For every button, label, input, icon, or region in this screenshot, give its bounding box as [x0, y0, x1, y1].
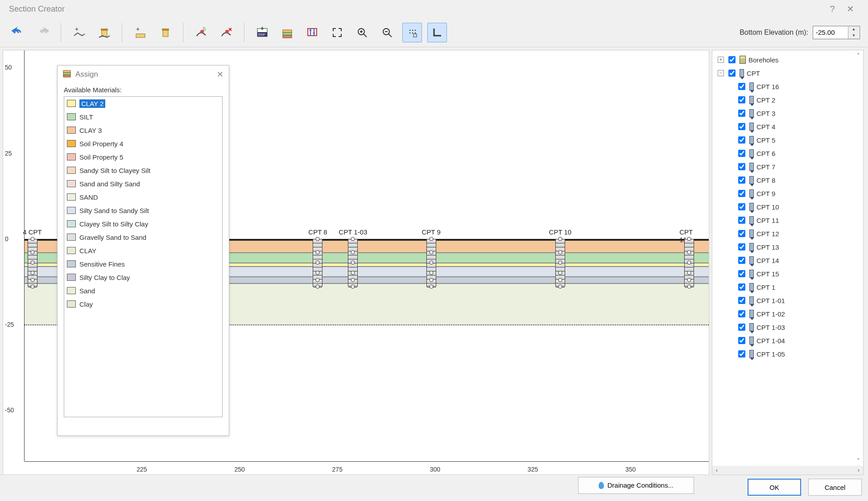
material-item[interactable]: Clayey Silt to Silty Clay — [64, 217, 222, 230]
tree-cpt-item[interactable]: CPT 7 — [715, 160, 863, 173]
layer-node[interactable] — [351, 285, 355, 289]
material-item[interactable]: Silty Sand to Sandy Silt — [64, 204, 222, 217]
layer-node[interactable] — [316, 271, 320, 275]
layer-node[interactable] — [558, 271, 562, 275]
layer-node[interactable] — [687, 285, 691, 289]
tree-checkbox[interactable] — [738, 310, 745, 317]
material-item[interactable]: CLAY 2 — [64, 97, 222, 110]
material-item[interactable]: Sandy Silt to Clayey Silt — [64, 164, 222, 177]
tree-cpt-item[interactable]: CPT 9 — [715, 187, 863, 200]
tree-checkbox[interactable] — [738, 283, 745, 291]
layer-node[interactable] — [429, 237, 433, 241]
material-item[interactable]: CLAY 3 — [64, 123, 222, 137]
tree-cpt-item[interactable]: CPT 1-03 — [715, 320, 863, 334]
expand-icon[interactable]: + — [718, 57, 724, 63]
tree-checkbox[interactable] — [728, 56, 736, 63]
tree-checkbox[interactable] — [738, 96, 745, 103]
tree-cpt-item[interactable]: CPT 1 — [715, 280, 863, 294]
spin-down-icon[interactable]: ▼ — [848, 33, 859, 39]
tree-checkbox[interactable] — [738, 243, 745, 250]
export-dxf-button[interactable]: DXF — [252, 23, 272, 42]
layer-node[interactable] — [558, 261, 562, 265]
tree-checkbox[interactable] — [738, 150, 745, 157]
material-item[interactable]: Soil Property 5 — [64, 150, 222, 164]
tree-checkbox[interactable] — [738, 83, 745, 90]
layer-node[interactable] — [558, 278, 562, 282]
material-item[interactable]: Sand — [64, 284, 222, 297]
assign-close-icon[interactable]: ✕ — [217, 70, 223, 79]
zoom-out-button[interactable] — [377, 23, 397, 42]
delete-boundary-button[interactable] — [94, 23, 114, 42]
layer-node[interactable] — [429, 261, 433, 265]
layer-node[interactable] — [429, 250, 433, 255]
material-item[interactable]: CLAY — [64, 244, 222, 257]
tree-cpt-item[interactable]: CPT 11 — [715, 214, 863, 227]
layer-node[interactable] — [316, 285, 320, 289]
bottom-elevation-input[interactable]: ▲▼ — [813, 26, 860, 39]
layer-node[interactable] — [351, 278, 355, 282]
layer-node[interactable] — [351, 261, 355, 265]
layer-node[interactable] — [687, 261, 691, 265]
bottom-elevation-field[interactable] — [813, 26, 848, 39]
layer-node[interactable] — [351, 250, 355, 255]
tree-checkbox[interactable] — [738, 350, 745, 357]
delete-node-button[interactable] — [216, 23, 236, 42]
zoom-extents-button[interactable] — [327, 23, 347, 42]
layer-node[interactable] — [30, 285, 34, 289]
tree-checkbox[interactable] — [728, 70, 736, 77]
tree-checkbox[interactable] — [738, 257, 745, 264]
tree-cpt-item[interactable]: CPT 4 — [715, 120, 863, 133]
show-axes-button[interactable] — [427, 23, 447, 42]
tree-cpt-item[interactable]: CPT 12 — [715, 227, 863, 240]
tree-cpt-item[interactable]: CPT 1-01 — [715, 294, 863, 307]
layer-node[interactable] — [30, 278, 34, 282]
tree-checkbox[interactable] — [738, 110, 745, 117]
materials-list[interactable]: CLAY 2SILTCLAY 3Soil Property 4Soil Prop… — [64, 96, 223, 417]
tree-checkbox[interactable] — [738, 136, 745, 144]
tree-cpt-item[interactable]: CPT 16 — [715, 80, 863, 93]
layer-node[interactable] — [558, 285, 562, 289]
material-item[interactable]: Gravelly Sand to Sand — [64, 230, 222, 244]
layer-node[interactable] — [558, 237, 562, 241]
layer-node[interactable] — [316, 250, 320, 255]
layer-node[interactable] — [351, 271, 355, 275]
tree-checkbox[interactable] — [738, 217, 745, 224]
collapse-icon[interactable]: − — [718, 70, 724, 76]
scroll-down-icon[interactable]: ˅ — [854, 457, 862, 464]
tree-cpt[interactable]: −CPT — [715, 66, 863, 80]
layer-node[interactable] — [429, 271, 433, 275]
tree-cpt-item[interactable]: CPT 15 — [715, 267, 863, 280]
layer-node[interactable] — [316, 278, 320, 282]
tree-cpt-item[interactable]: CPT 5 — [715, 133, 863, 147]
add-node-button[interactable]: 5 — [191, 23, 211, 42]
redo-button[interactable] — [33, 23, 53, 42]
drainage-conditions-button[interactable]: Drainage Conditions... — [578, 477, 694, 494]
tree-cpt-item[interactable]: CPT 1-04 — [715, 334, 863, 347]
layer-node[interactable] — [351, 237, 355, 241]
section-settings-button[interactable] — [302, 23, 322, 42]
material-item[interactable]: Soil Property 4 — [64, 137, 222, 150]
tree-cpt-item[interactable]: CPT 3 — [715, 107, 863, 120]
tree-checkbox[interactable] — [738, 337, 745, 344]
tree-checkbox[interactable] — [738, 123, 745, 130]
layer-node[interactable] — [30, 271, 34, 275]
tree-cpt-item[interactable]: CPT 8 — [715, 173, 863, 187]
zoom-in-button[interactable] — [352, 23, 372, 42]
layer-node[interactable] — [429, 278, 433, 282]
layer-node[interactable] — [316, 261, 320, 265]
layer-node[interactable] — [687, 271, 691, 275]
tree-cpt-item[interactable]: CPT 1-05 — [715, 347, 863, 361]
tree-cpt-item[interactable]: CPT 13 — [715, 240, 863, 254]
add-boundary-button[interactable]: + — [69, 23, 89, 42]
tree-boreholes[interactable]: +Boreholes — [715, 53, 863, 66]
tree-checkbox[interactable] — [738, 163, 745, 170]
layer-node[interactable] — [30, 250, 34, 255]
layer-node[interactable] — [558, 250, 562, 255]
add-layer-button[interactable]: + — [130, 23, 150, 42]
layer-node[interactable] — [30, 261, 34, 265]
delete-layer-button[interactable] — [155, 23, 175, 42]
cancel-button[interactable]: Cancel — [808, 479, 862, 496]
tree-checkbox[interactable] — [738, 270, 745, 277]
tree-hscroll[interactable]: ‹› — [712, 466, 863, 475]
material-item[interactable]: SAND — [64, 190, 222, 204]
